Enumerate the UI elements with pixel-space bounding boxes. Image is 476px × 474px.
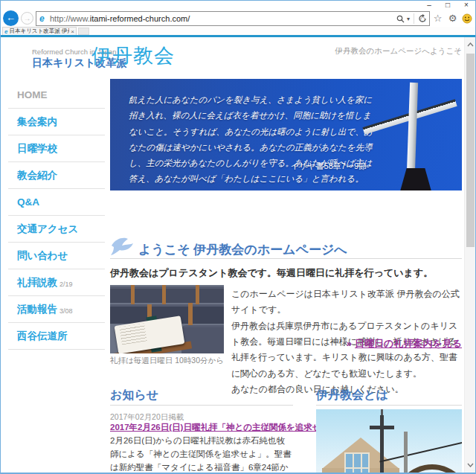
sidebar-item-about-church[interactable]: 教会紹介: [8, 162, 105, 189]
browser-tab[interactable]: e 日本キリスト改革派 伊丹教会... ×: [2, 27, 77, 35]
divider: [316, 405, 462, 406]
church-building-photo: [316, 409, 462, 473]
church-window: [344, 452, 370, 473]
site-header: Reformed Church in Japan 日本キリスト改革派 伊丹教会 …: [1, 37, 465, 79]
news-link-sermon[interactable]: 2017年2月26日(日)日曜礼拝「神との主従関係を追求せよ」: [110, 422, 296, 433]
photo-caption: 礼拝は毎週日曜日 10時30分から: [110, 356, 224, 366]
sidebar-nav: HOME 集会案内 日曜学校 教会紹介 Q&A 交通アクセス 問い合わせ 礼拝説…: [8, 82, 105, 350]
search-dropdown-icon[interactable]: ▾: [407, 16, 410, 22]
site-logo[interactable]: 伊丹教会: [91, 42, 175, 69]
sidebar-item-date: 2/19: [60, 281, 73, 288]
tab-title: 日本キリスト改革派 伊丹教会...: [9, 28, 69, 35]
worship-photo: [110, 285, 224, 353]
url-text[interactable]: http://www.itami-reformed-church.com/: [50, 14, 396, 23]
dove-icon: [110, 237, 134, 256]
sidebar-item-date: 3/08: [60, 307, 73, 315]
sidebar-item-qa[interactable]: Q&A: [8, 189, 105, 216]
cross-upright: [407, 83, 418, 174]
worship-guide-link[interactable]: »日曜日の礼拝案内を見る: [347, 337, 462, 350]
sidebar-item-nishitani-mission[interactable]: 西谷伝道所: [8, 323, 105, 350]
news-heading: お知らせ: [110, 388, 158, 403]
forward-button[interactable]: →: [21, 12, 33, 25]
church-cross-upright: [380, 415, 384, 473]
scrollbar-thumb[interactable]: [466, 54, 475, 247]
settings-gear-icon[interactable]: ⚙: [447, 13, 458, 24]
tab-favicon: e: [4, 28, 7, 35]
maximize-button[interactable]: □: [442, 1, 454, 10]
intro-line: このホームページは日本キリスト改革派 伊丹教会の公式サイトです。: [231, 286, 462, 318]
lead-text: 伊丹教会はプロテスタント教会です。毎週日曜日に礼拝を行っています。: [110, 266, 433, 280]
home-icon[interactable]: ⌂: [417, 13, 428, 24]
header-welcome-note: 伊丹教会のホームページへようこそ: [335, 46, 462, 57]
sidebar-item-sunday-school[interactable]: 日曜学校: [8, 135, 105, 162]
close-button[interactable]: ×: [460, 1, 472, 10]
feedback-smiley-icon[interactable]: [462, 13, 472, 24]
steeple-base: [395, 168, 437, 190]
about-heading: 伊丹教会とは: [316, 388, 388, 403]
webpage: Reformed Church in Japan 日本キリスト改革派 伊丹教会 …: [1, 37, 465, 473]
news-date: 2017年02月20日掲載: [110, 412, 184, 423]
church-cross-bar: [370, 426, 394, 429]
search-icon[interactable]: [396, 15, 405, 23]
bible-verse: 飢えた人にあなたのパンを裂き与え、さまよう貧しい人を家に招き入れ、裸の人に会えば…: [129, 92, 378, 188]
utility-pole: [404, 432, 408, 473]
divider: [414, 13, 414, 24]
sidebar-item-sermons[interactable]: 礼拝説教2/19: [8, 269, 105, 296]
welcome-heading: ようこそ 伊丹教会のホームページへ: [138, 241, 347, 258]
back-button[interactable]: ←: [3, 10, 19, 26]
sidebar-item-home[interactable]: HOME: [8, 82, 105, 109]
link-arrow: »: [347, 338, 352, 349]
news-body: 2月26日(日)からの日曜礼拝説教は赤石純也牧師による「神との主従関係を追求せよ…: [110, 435, 293, 473]
sidebar-item-meetings[interactable]: 集会案内: [8, 109, 105, 135]
minimize-button[interactable]: –: [423, 1, 435, 10]
scroll-down-icon[interactable]: [465, 459, 476, 471]
address-bar[interactable]: e http://www.itami-reformed-church.com/ …: [36, 11, 430, 26]
tab-bar: e 日本キリスト改革派 伊丹教会... ×: [1, 27, 475, 35]
favorites-star-icon[interactable]: ☆: [432, 13, 443, 24]
divider: [110, 405, 293, 406]
divider: [110, 258, 462, 259]
scroll-up-icon[interactable]: [465, 39, 476, 51]
navigation-bar: ← → e http://www.itami-reformed-church.c…: [1, 10, 475, 27]
vertical-scrollbar[interactable]: [464, 37, 475, 473]
sidebar-item-activity-report[interactable]: 活動報告3/08: [8, 296, 105, 323]
ie-favicon: e: [39, 13, 50, 24]
verse-citation: イザヤ書58章7～9節: [129, 161, 367, 172]
sidebar-item-contact[interactable]: 問い合わせ: [8, 243, 105, 269]
hero-banner-image: 飢えた人にあなたのパンを裂き与え、さまよう貧しい人を家に招き入れ、裸の人に会えば…: [110, 79, 462, 190]
sidebar-item-access[interactable]: 交通アクセス: [8, 216, 105, 243]
tab-close-icon[interactable]: ×: [71, 28, 74, 35]
new-tab-button[interactable]: [78, 28, 89, 35]
browser-window: – □ × ← → e http://www.itami-reformed-ch…: [0, 0, 476, 474]
title-bar: – □ ×: [1, 1, 475, 10]
